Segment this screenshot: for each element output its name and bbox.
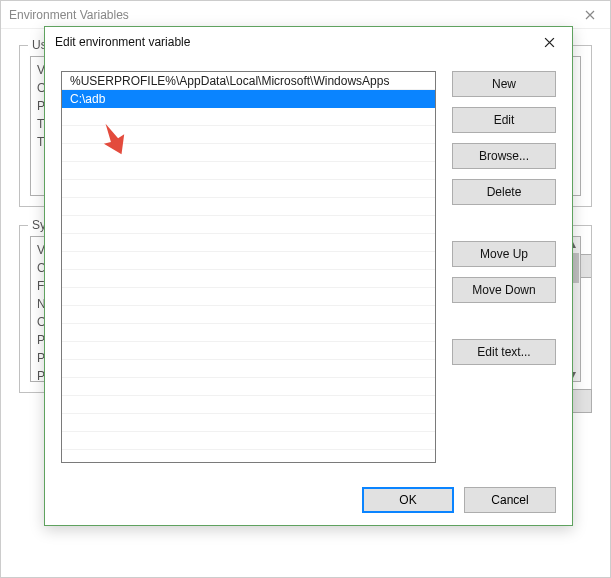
path-row[interactable] — [62, 396, 435, 414]
path-row[interactable] — [62, 216, 435, 234]
new-button[interactable]: New — [452, 71, 556, 97]
path-row[interactable] — [62, 252, 435, 270]
modal-footer: OK Cancel — [61, 479, 556, 513]
path-row[interactable] — [62, 378, 435, 396]
edit-text-button[interactable]: Edit text... — [452, 339, 556, 365]
path-row[interactable] — [62, 324, 435, 342]
move-down-button[interactable]: Move Down — [452, 277, 556, 303]
path-list[interactable]: %USERPROFILE%\AppData\Local\Microsoft\Wi… — [61, 71, 436, 463]
delete-button[interactable]: Delete — [452, 179, 556, 205]
close-icon — [544, 37, 555, 48]
edit-env-var-dialog: Edit environment variable %USERPROFILE%\… — [44, 26, 573, 526]
path-row[interactable]: %USERPROFILE%\AppData\Local\Microsoft\Wi… — [62, 72, 435, 90]
modal-body: %USERPROFILE%\AppData\Local\Microsoft\Wi… — [45, 57, 572, 525]
path-row[interactable] — [62, 126, 435, 144]
path-row[interactable] — [62, 270, 435, 288]
cancel-button[interactable]: Cancel — [464, 487, 556, 513]
edit-button[interactable]: Edit — [452, 107, 556, 133]
path-row[interactable] — [62, 414, 435, 432]
path-row[interactable] — [62, 342, 435, 360]
ok-button[interactable]: OK — [362, 487, 454, 513]
modal-title: Edit environment variable — [55, 35, 190, 49]
path-row[interactable] — [62, 198, 435, 216]
move-up-button[interactable]: Move Up — [452, 241, 556, 267]
modal-titlebar: Edit environment variable — [45, 27, 572, 57]
path-row[interactable]: C:\adb — [62, 90, 435, 108]
modal-close-button[interactable] — [530, 29, 568, 55]
bg-close-button[interactable] — [570, 1, 610, 29]
bg-title: Environment Variables — [9, 8, 129, 22]
modal-main: %USERPROFILE%\AppData\Local\Microsoft\Wi… — [61, 71, 556, 463]
path-row[interactable] — [62, 306, 435, 324]
path-row[interactable] — [62, 432, 435, 450]
path-row[interactable] — [62, 108, 435, 126]
close-icon — [585, 10, 595, 20]
path-row[interactable] — [62, 288, 435, 306]
path-row[interactable] — [62, 180, 435, 198]
path-row[interactable] — [62, 360, 435, 378]
path-row[interactable] — [62, 162, 435, 180]
browse-button[interactable]: Browse... — [452, 143, 556, 169]
path-row[interactable] — [62, 144, 435, 162]
path-row[interactable] — [62, 234, 435, 252]
side-buttons: New Edit Browse... Delete Move Up Move D… — [452, 71, 556, 463]
bg-titlebar: Environment Variables — [1, 1, 610, 29]
